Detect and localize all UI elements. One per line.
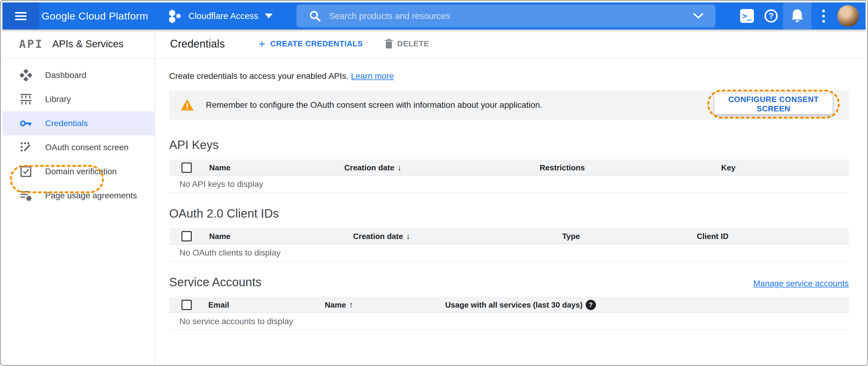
column-header-restrictions[interactable]: Restrictions xyxy=(540,159,585,176)
sidebar-item-label: Credentials xyxy=(45,119,88,128)
sidebar-item-dashboard[interactable]: Dashboard xyxy=(2,63,154,87)
notifications-button[interactable] xyxy=(783,2,811,30)
column-header-email[interactable]: Email xyxy=(208,297,229,313)
column-header-name[interactable]: Name xyxy=(209,228,230,244)
sidebar-item-domain-verification[interactable]: Domain verification xyxy=(2,159,154,184)
account-avatar[interactable] xyxy=(837,5,859,27)
main-menu-button[interactable] xyxy=(2,2,39,30)
trash-icon xyxy=(385,39,393,49)
key-icon xyxy=(20,120,32,127)
sidebar-item-credentials[interactable]: Credentials xyxy=(2,111,154,135)
help-icon: ? xyxy=(765,9,778,23)
hamburger-icon xyxy=(15,10,27,22)
sidebar: API APIs & Services Dashboard xyxy=(2,30,155,364)
more-vert-icon xyxy=(822,10,825,23)
column-header-creation-date[interactable]: Creation date ↓ xyxy=(353,228,410,244)
delete-button[interactable]: DELETE xyxy=(385,39,429,49)
main-panel: Credentials + CREATE CREDENTIALS DELETE … xyxy=(156,30,866,364)
help-button[interactable]: ? xyxy=(759,2,783,30)
column-header-creation-date[interactable]: Creation date ↓ xyxy=(344,159,402,176)
search-input[interactable] xyxy=(329,11,693,21)
sort-desc-icon: ↓ xyxy=(406,232,410,241)
more-options-button[interactable] xyxy=(811,2,836,30)
consent-warning-banner: Remember to configure the OAuth consent … xyxy=(169,91,849,120)
sort-asc-icon: ↑ xyxy=(349,300,353,310)
column-header-key[interactable]: Key xyxy=(721,159,736,176)
project-name: Cloudflare Access xyxy=(188,11,258,21)
oauth-clients-title: OAuth 2.0 Client IDs xyxy=(169,207,849,220)
api-logo-icon: API xyxy=(19,37,43,51)
configure-consent-screen-button[interactable]: CONFIGURE CONSENT SCREEN xyxy=(714,94,833,114)
api-keys-title: API Keys xyxy=(169,138,849,152)
service-accounts-empty-row: No service accounts to display xyxy=(169,313,849,330)
usage-help-icon[interactable]: ? xyxy=(586,300,596,310)
search-icon xyxy=(309,10,320,22)
sidebar-item-oauth-consent-screen[interactable]: OAuth consent screen xyxy=(2,135,154,159)
project-dropdown-icon xyxy=(265,13,273,18)
manage-service-accounts-link[interactable]: Manage service accounts xyxy=(753,279,849,288)
top-bar-actions: >_ ? xyxy=(735,2,866,30)
library-icon xyxy=(20,93,32,105)
sidebar-item-library[interactable]: Library xyxy=(2,87,154,111)
api-keys-empty-row: No API keys to display xyxy=(169,176,849,193)
oauth-clients-header-row: Name Creation date ↓ Type Client ID xyxy=(169,228,849,244)
column-header-name[interactable]: Name xyxy=(209,159,230,176)
page-content: Create credentials to access your enable… xyxy=(156,71,866,330)
product-logo[interactable]: Google Cloud Platform xyxy=(41,2,148,30)
plus-icon: + xyxy=(258,38,266,50)
api-keys-header-row: Name Creation date ↓ Restrictions Key xyxy=(169,159,849,176)
service-accounts-header-row: Email Name ↑ Usage with all services (la… xyxy=(169,297,849,313)
dashboard-icon xyxy=(20,69,32,81)
project-selector[interactable]: Cloudflare Access xyxy=(168,2,273,30)
sidebar-item-label: Dashboard xyxy=(45,70,86,80)
sidebar-item-label: Page usage agreements xyxy=(45,191,137,201)
column-header-client-id[interactable]: Client ID xyxy=(697,228,728,244)
select-all-checkbox[interactable] xyxy=(182,231,192,241)
create-credentials-button[interactable]: + CREATE CREDENTIALS xyxy=(258,38,363,50)
column-header-type[interactable]: Type xyxy=(562,228,580,244)
app-window: Google Cloud Platform Cloudflare Access xyxy=(2,2,866,364)
sidebar-nav: Dashboard Library xyxy=(2,59,154,208)
warning-message: Remember to configure the OAuth consent … xyxy=(206,100,542,110)
sidebar-title: APIs & Services xyxy=(52,38,124,50)
agreements-icon xyxy=(20,190,32,201)
page-toolbar: Credentials + CREATE CREDENTIALS DELETE xyxy=(156,30,866,59)
service-accounts-heading-row: Service Accounts Manage service accounts xyxy=(169,275,849,289)
select-all-checkbox[interactable] xyxy=(182,162,192,173)
search-bar[interactable] xyxy=(297,4,715,27)
sidebar-item-label: Domain verification xyxy=(45,167,117,176)
learn-more-link[interactable]: Learn more xyxy=(351,71,394,81)
cloud-shell-button[interactable]: >_ xyxy=(735,2,759,30)
cloud-shell-icon: >_ xyxy=(740,9,754,23)
column-header-name[interactable]: Name ↑ xyxy=(325,297,353,313)
sidebar-item-page-usage-agreements[interactable]: Page usage agreements xyxy=(2,184,154,208)
domain-verification-icon xyxy=(20,166,32,177)
browser-frame: Google Cloud Platform Cloudflare Access xyxy=(0,0,868,366)
sidebar-header: API APIs & Services xyxy=(2,30,154,59)
page-title: Credentials xyxy=(170,38,225,50)
consent-screen-icon xyxy=(20,142,32,153)
warning-icon xyxy=(181,99,194,111)
select-all-checkbox[interactable] xyxy=(182,300,192,310)
column-header-usage[interactable]: Usage with all services (last 30 days) ? xyxy=(445,297,596,313)
oauth-clients-empty-row: No OAuth clients to display xyxy=(169,244,849,262)
search-expand-icon[interactable] xyxy=(693,13,703,19)
bell-icon xyxy=(791,9,804,23)
sidebar-item-label: OAuth consent screen xyxy=(45,143,128,152)
project-hexagons-icon xyxy=(168,8,182,24)
intro-text: Create credentials to access your enable… xyxy=(169,71,849,81)
configure-annotation-ring: CONFIGURE CONSENT SCREEN xyxy=(707,90,840,119)
sort-desc-icon: ↓ xyxy=(397,163,402,173)
top-bar: Google Cloud Platform Cloudflare Access xyxy=(2,2,866,30)
service-accounts-title: Service Accounts xyxy=(169,275,261,289)
sidebar-item-label: Library xyxy=(45,94,71,104)
